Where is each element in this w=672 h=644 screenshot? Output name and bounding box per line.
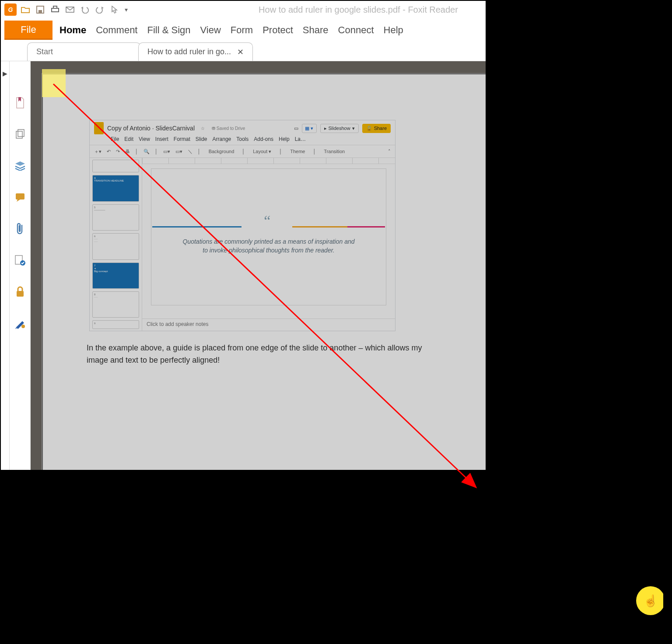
slides-thumb: 6·········· bbox=[92, 233, 139, 259]
bookmarks-icon[interactable] bbox=[14, 96, 27, 109]
annotation-spotlight: ☝️ bbox=[636, 586, 663, 615]
svg-rect-16 bbox=[16, 193, 24, 200]
embedded-figure: Copy of Antonio · SlidesCarnival ☆ ⛃ Sav… bbox=[89, 120, 396, 331]
print-icon[interactable] bbox=[49, 4, 61, 16]
tab-form[interactable]: Form bbox=[230, 23, 254, 38]
slides-thumb: 5────── bbox=[92, 204, 139, 231]
slides-thumb: 7✦Big concept bbox=[92, 262, 139, 289]
tab-protect[interactable]: Protect bbox=[262, 23, 294, 38]
svg-rect-19 bbox=[17, 291, 24, 297]
thumbnails-check-icon[interactable] bbox=[14, 254, 27, 267]
slideshow-button: ▸ Slideshow ▾ bbox=[320, 124, 359, 133]
open-icon[interactable] bbox=[19, 4, 32, 16]
present-dropdown: ▦ ▾ bbox=[302, 124, 316, 133]
slides-thumb: 9 bbox=[92, 320, 139, 329]
signatures-icon[interactable] bbox=[14, 317, 27, 330]
cursor-tool-icon[interactable] bbox=[108, 4, 121, 16]
slides-thumb: 4TRANSITION HEADLINE bbox=[92, 175, 139, 201]
star-icon: ☆ bbox=[201, 126, 205, 131]
svg-rect-1 bbox=[38, 10, 42, 13]
tab-comment[interactable]: Comment bbox=[95, 23, 138, 38]
save-icon[interactable] bbox=[34, 4, 46, 16]
tab-fill-sign[interactable]: Fill & Sign bbox=[146, 23, 191, 38]
dropdown-caret-icon[interactable]: ▾ bbox=[123, 4, 129, 16]
figure-caption: In the example above, a guide is placed … bbox=[87, 342, 428, 366]
comments-icon[interactable] bbox=[14, 191, 27, 204]
speaker-notes: Click to add speaker notes bbox=[142, 318, 395, 331]
tab-document[interactable]: How to add ruler in go... ✕ bbox=[138, 42, 253, 61]
redo-icon[interactable] bbox=[94, 4, 106, 16]
tab-home[interactable]: Home bbox=[59, 23, 87, 38]
svg-rect-14 bbox=[16, 131, 22, 138]
tab-help[interactable]: Help bbox=[383, 23, 404, 38]
share-button: 🔒 Share bbox=[362, 124, 391, 133]
hand-cursor-icon: ☝️ bbox=[644, 594, 658, 608]
annotation-highlight bbox=[42, 69, 66, 97]
slides-thumb: 8····· bbox=[92, 291, 139, 318]
tab-share[interactable]: Share bbox=[302, 23, 329, 38]
tab-start[interactable]: Start bbox=[27, 42, 141, 61]
svg-rect-2 bbox=[52, 8, 59, 12]
comment-bubble-icon: ▭ bbox=[294, 126, 298, 131]
svg-rect-15 bbox=[18, 130, 24, 136]
slides-brand-icon bbox=[94, 122, 104, 134]
file-tab[interactable]: File bbox=[4, 21, 52, 40]
email-icon[interactable] bbox=[64, 4, 76, 16]
tab-close-icon[interactable]: ✕ bbox=[231, 47, 244, 57]
svg-point-20 bbox=[21, 325, 25, 328]
app-brand-icon: G bbox=[4, 4, 17, 16]
slide-quote: Quotations are commonly printed as a mea… bbox=[179, 237, 357, 255]
undo-icon[interactable] bbox=[79, 4, 91, 16]
tab-view[interactable]: View bbox=[200, 23, 222, 38]
layers-icon[interactable] bbox=[14, 159, 27, 172]
saved-label: ⛃ Saved to Drive bbox=[212, 126, 245, 131]
slides-doc-title: Copy of Antonio · SlidesCarnival bbox=[107, 125, 195, 132]
pages-icon[interactable] bbox=[14, 128, 27, 141]
tab-connect[interactable]: Connect bbox=[337, 23, 375, 38]
attachments-icon[interactable] bbox=[14, 222, 27, 235]
svg-rect-3 bbox=[53, 6, 57, 8]
security-lock-icon[interactable] bbox=[14, 285, 27, 298]
